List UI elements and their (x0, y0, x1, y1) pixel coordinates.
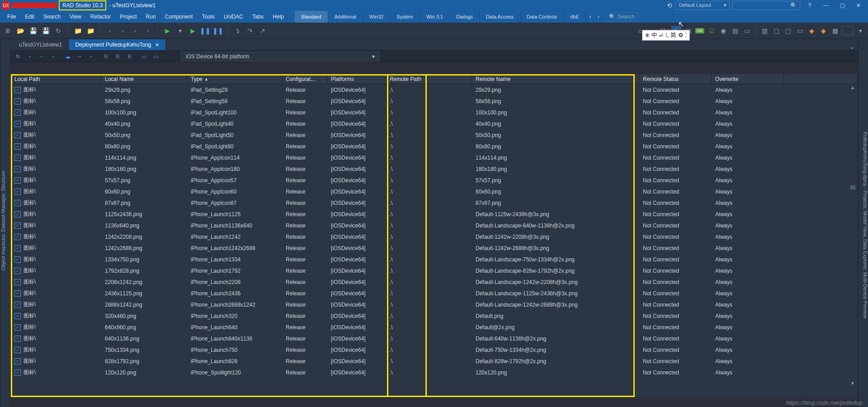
page-icon[interactable]: ▫ (105, 26, 115, 36)
table-row[interactable]: ✓图标\2688x1242.pngiPhone_Launch2688x1242R… (11, 299, 857, 310)
row-checkbox[interactable]: ✓ (14, 358, 21, 364)
row-checkbox[interactable]: ✓ (14, 121, 21, 127)
table-row[interactable]: ✓图标\58x58.pngiPad_Setting58Release[iOSDe… (11, 95, 857, 107)
run-without-debug-icon[interactable]: ▶ (188, 26, 198, 36)
col-header[interactable]: Remote Name (472, 74, 639, 84)
scrollbar-icon[interactable]: ▥ (760, 26, 769, 36)
palette-next-icon[interactable]: › (595, 14, 602, 20)
grid-icon[interactable]: ▦ (830, 26, 840, 36)
scroll-down-icon[interactable]: ▼ (849, 381, 856, 388)
more-icon[interactable]: ▾ (855, 26, 865, 36)
deploy-cloud-icon[interactable]: ☁ (63, 52, 72, 61)
table-row[interactable]: ✓图标\29x29.pngiPad_Setting29Release[iOSDe… (11, 84, 857, 95)
close-button[interactable]: ✕ (852, 1, 865, 10)
table-row[interactable]: ✓图标\100x100.pngiPad_SpotLight100Release[… (11, 107, 857, 118)
deploy-copy2-icon[interactable]: ⎘ (113, 52, 122, 61)
palette-tab-datacontrols[interactable]: Data Controls (520, 11, 564, 23)
save-all-icon[interactable]: 💾 (41, 26, 51, 36)
row-checkbox[interactable]: ✓ (14, 369, 21, 376)
expand-tabs-icon[interactable]: ⌄ (850, 44, 854, 50)
deploy-copy3-icon[interactable]: ⎘ (125, 52, 134, 61)
left-dock-tabs[interactable]: Object Inspector, Dataset Manager, Struc… (0, 39, 10, 407)
folder-add-icon[interactable]: 📁 (73, 26, 83, 36)
menu-run[interactable]: Run (142, 14, 160, 20)
col-header[interactable]: Remote Path (386, 74, 472, 84)
table-row[interactable]: ✓图标\1125x2436.pngiPhone_Launch1125Releas… (11, 208, 857, 220)
table-row[interactable]: ✓图标\57x57.pngiPhone_AppIcon57Release[iOS… (11, 175, 857, 186)
menu-edit[interactable]: Edit (20, 14, 39, 20)
drop-target[interactable] (842, 26, 854, 35)
panel-comp-icon[interactable]: ▭ (795, 26, 805, 36)
menu-view[interactable]: View (65, 14, 86, 20)
platform-selector[interactable]: iOS Device 64-bit platform▾ (181, 52, 380, 62)
table-row[interactable]: ✓图标\320x480.pngiPhone_Launch320Release[i… (11, 310, 857, 322)
col-header[interactable]: Configurat... (282, 74, 327, 84)
table-row[interactable]: ✓图标\750x1334.pngiPhone_Launch750Release[… (11, 344, 857, 355)
table-row[interactable]: ✓图标\50x50.pngiPad_SpotLight50Release[iOS… (11, 129, 857, 141)
scroll-up-icon[interactable]: ▲ (849, 85, 856, 92)
row-checkbox[interactable]: ✓ (14, 166, 21, 172)
stop-icon[interactable]: ❚❚ (213, 26, 223, 36)
page-x-icon[interactable]: ▫ (143, 26, 153, 36)
layout-selector[interactable]: Default Layout (675, 1, 730, 10)
col-header[interactable]: Local Name (101, 74, 187, 84)
menu-search[interactable]: Search (39, 14, 65, 20)
deploy-add-icon[interactable]: ▫ (25, 52, 34, 61)
palette-tab-dbe[interactable]: dbE (564, 11, 586, 23)
palette-tab-win31[interactable]: Win 3.1 (420, 11, 450, 23)
row-checkbox[interactable]: ✓ (14, 234, 21, 240)
table-row[interactable]: ✓图标\1242x2688.pngiPhone_Launch1242x2688R… (11, 242, 857, 254)
groupbox-icon[interactable]: ▢ (771, 26, 781, 36)
page-del-icon[interactable]: ▫ (130, 26, 140, 36)
deploy-add2-icon[interactable]: ▫ (37, 52, 46, 61)
deploy-del-icon[interactable]: ▫ (49, 52, 58, 61)
refresh-icon[interactable]: ↻ (53, 26, 63, 36)
editor-tab[interactable]: uTestGYListview1 (13, 39, 69, 50)
checkbox-icon[interactable]: ☑ (707, 26, 717, 36)
col-header[interactable]: Type▲ (187, 74, 282, 84)
row-checkbox[interactable]: ✓ (14, 143, 21, 150)
table-row[interactable]: ✓图标\640x960.pngiPhone_Launch640Release[i… (11, 322, 857, 333)
menu-project[interactable]: Project (115, 14, 141, 20)
menu-component[interactable]: Component (160, 14, 198, 20)
col-header[interactable]: Local Path (11, 74, 101, 84)
row-checkbox[interactable]: ✓ (14, 211, 21, 218)
table-row[interactable]: ✓图标\180x180.pngiPhone_AppIcon180Release[… (11, 163, 857, 175)
step-out-icon[interactable]: ↗ (258, 26, 268, 36)
table-row[interactable]: ✓图标\80x80.pngiPad_SpotLight80Release[iOS… (11, 141, 857, 152)
deploy-up-icon[interactable]: ▫ (87, 52, 96, 61)
palette-search[interactable]: 🔍 Search (606, 12, 638, 21)
deploy-copy-icon[interactable]: ⎘ (101, 52, 110, 61)
menu-tools[interactable]: Tools (198, 14, 219, 20)
row-checkbox[interactable]: ✓ (14, 290, 21, 297)
maximize-button[interactable]: ▢ (835, 1, 849, 10)
menu-file[interactable]: File (3, 14, 20, 20)
deploy-refresh-icon[interactable]: ↻ (14, 52, 23, 61)
palette-tab-additional[interactable]: Additional (328, 11, 363, 23)
pages-icon[interactable]: ▫ (118, 26, 127, 36)
row-checkbox[interactable]: ✓ (14, 155, 21, 161)
palette-tab-win32[interactable]: Win32 (363, 11, 390, 23)
step-into-icon[interactable]: ↴ (232, 26, 242, 36)
new-icon[interactable]: 🗎 (3, 26, 13, 36)
step-over-icon[interactable]: ↷ (245, 26, 255, 36)
deploy-folder-icon[interactable]: ▭ (151, 52, 160, 61)
save-icon[interactable]: 💾 (28, 26, 38, 36)
palette-prev-icon[interactable]: ‹ (587, 14, 594, 20)
palette-tab-standard[interactable]: Standard (295, 11, 328, 23)
deploy-connect-icon[interactable]: ↔ (75, 52, 84, 61)
ime-toolbar[interactable]: ⊕ 中 ⤾ ⁝, 简 ⚙ ⁚ (642, 30, 690, 41)
table-row[interactable]: ✓图标\1136x640.pngiPhone_Launch1136x640Rel… (11, 220, 857, 231)
row-checkbox[interactable]: ✓ (14, 222, 21, 229)
help-button[interactable]: ? (803, 1, 816, 10)
open-icon[interactable]: 📂 (15, 26, 25, 36)
col-header[interactable]: Overwrite (712, 74, 784, 84)
minimize-button[interactable]: — (819, 1, 833, 10)
table-row[interactable]: ✓图标\60x60.pngiPhone_AppIcon60Release[iOS… (11, 186, 857, 197)
row-checkbox[interactable]: ✓ (14, 87, 21, 93)
button-ok-icon[interactable]: OK (695, 26, 705, 36)
col-header[interactable]: Platforms (327, 74, 386, 84)
right-dock-tabs[interactable]: PulledupKehuTong.dproj - Projects, Model… (858, 39, 868, 407)
table-row[interactable]: ✓图标\828x1792.pngiPhone_Launch828Release[… (11, 355, 857, 367)
row-checkbox[interactable]: ✓ (14, 347, 21, 353)
